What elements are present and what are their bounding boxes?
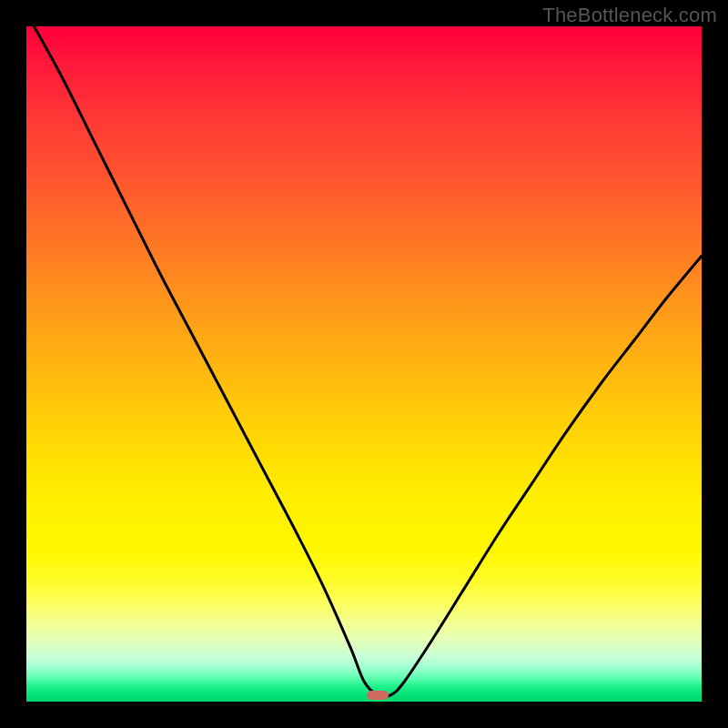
minimum-marker	[367, 691, 389, 700]
chart-frame: TheBottleneck.com	[0, 0, 728, 728]
plot-area	[26, 26, 702, 702]
watermark-text: TheBottleneck.com	[542, 4, 717, 27]
bottleneck-curve	[26, 13, 702, 696]
curve-layer	[26, 26, 702, 702]
